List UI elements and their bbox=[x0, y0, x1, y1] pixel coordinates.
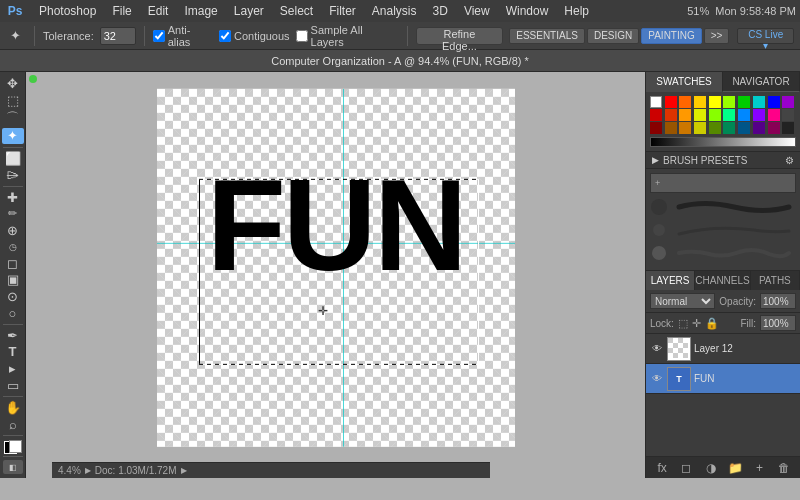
swatch[interactable] bbox=[709, 109, 721, 121]
swatches-tab[interactable]: SWATCHES bbox=[646, 72, 723, 92]
swatch[interactable] bbox=[723, 109, 735, 121]
doc-triangle[interactable]: ▶ bbox=[181, 466, 187, 475]
swatch[interactable] bbox=[768, 96, 780, 108]
zoom-tool[interactable]: ⌕ bbox=[2, 416, 24, 432]
opacity-input[interactable] bbox=[760, 293, 796, 309]
menu-filter[interactable]: Filter bbox=[322, 2, 363, 20]
brush-preset-3[interactable] bbox=[650, 243, 796, 263]
swatch[interactable] bbox=[782, 122, 794, 134]
tolerance-input[interactable] bbox=[100, 27, 136, 45]
menu-view[interactable]: View bbox=[457, 2, 497, 20]
zoom-triangle[interactable]: ▶ bbox=[85, 466, 91, 475]
menu-3d[interactable]: 3D bbox=[426, 2, 455, 20]
swatch[interactable] bbox=[665, 122, 677, 134]
anti-alias-label[interactable]: Anti-alias bbox=[153, 24, 213, 48]
layer-visibility-toggle[interactable]: 👁 bbox=[650, 342, 664, 356]
brush-tool[interactable]: ✏ bbox=[2, 206, 24, 222]
lasso-tool[interactable]: ⌒ bbox=[2, 109, 24, 127]
painting-btn[interactable]: PAINTING bbox=[641, 28, 701, 44]
contiguous-checkbox[interactable] bbox=[219, 30, 231, 42]
design-btn[interactable]: DESIGN bbox=[587, 28, 639, 44]
document-tab[interactable]: Computer Organization - A @ 94.4% (FUN, … bbox=[0, 50, 800, 72]
menu-file[interactable]: File bbox=[105, 2, 138, 20]
swatch[interactable] bbox=[723, 96, 735, 108]
photoshop-canvas[interactable]: FUN ✛ bbox=[157, 89, 515, 447]
text-tool[interactable]: T bbox=[2, 344, 24, 360]
more-btn[interactable]: >> bbox=[704, 28, 730, 44]
channels-tab[interactable]: CHANNELS bbox=[695, 271, 750, 290]
swatch[interactable] bbox=[738, 96, 750, 108]
layer-mask-button[interactable]: ◻ bbox=[677, 459, 695, 477]
blend-mode-select[interactable]: Normal Multiply Screen bbox=[650, 293, 715, 309]
swatch[interactable] bbox=[738, 109, 750, 121]
menu-layer[interactable]: Layer bbox=[227, 2, 271, 20]
clone-tool[interactable]: ⊕ bbox=[2, 222, 24, 238]
swatch[interactable] bbox=[665, 109, 677, 121]
layer-item-fun[interactable]: 👁 T FUN bbox=[646, 364, 800, 394]
swatch[interactable] bbox=[782, 109, 794, 121]
canvas-area[interactable]: FUN ✛ 4.4% ▶ Doc: 1.03M/1.72M ▶ bbox=[26, 72, 645, 478]
swatch[interactable] bbox=[753, 122, 765, 134]
brush-settings-icon[interactable]: ⚙ bbox=[785, 155, 794, 166]
new-layer-button[interactable]: + bbox=[750, 459, 768, 477]
layer-item[interactable]: 👁 Layer 12 bbox=[646, 334, 800, 364]
swatch[interactable] bbox=[768, 122, 780, 134]
lock-pixels-icon[interactable]: ⬚ bbox=[678, 317, 688, 330]
cs-live-btn[interactable]: CS Live ▾ bbox=[737, 28, 794, 44]
swatch[interactable] bbox=[709, 96, 721, 108]
navigator-tab[interactable]: NAVIGATOR bbox=[723, 72, 800, 92]
sample-all-checkbox[interactable] bbox=[296, 30, 308, 42]
paths-tab[interactable]: PATHS bbox=[751, 271, 800, 290]
gradient-swatch[interactable] bbox=[650, 137, 796, 147]
eraser-tool[interactable]: ◻ bbox=[2, 256, 24, 272]
background-color[interactable] bbox=[9, 440, 22, 453]
swatch[interactable] bbox=[694, 96, 706, 108]
layer-fx-button[interactable]: fx bbox=[653, 459, 671, 477]
gradient-tool[interactable]: ▣ bbox=[2, 272, 24, 288]
fill-input[interactable] bbox=[760, 315, 796, 331]
magic-wand-tool[interactable]: ✦ bbox=[2, 128, 24, 144]
swatch[interactable] bbox=[679, 96, 691, 108]
brush-preset-2[interactable] bbox=[650, 220, 796, 240]
menu-photoshop[interactable]: Photoshop bbox=[32, 2, 103, 20]
swatch[interactable] bbox=[738, 122, 750, 134]
brush-preset-1[interactable] bbox=[650, 197, 796, 217]
lock-position-icon[interactable]: ✛ bbox=[692, 317, 701, 330]
swatch[interactable] bbox=[694, 109, 706, 121]
swatch[interactable] bbox=[679, 109, 691, 121]
swatch[interactable] bbox=[694, 122, 706, 134]
swatch[interactable] bbox=[709, 122, 721, 134]
healing-tool[interactable]: ✚ bbox=[2, 189, 24, 205]
hand-tool[interactable]: ✋ bbox=[2, 400, 24, 416]
color-boxes[interactable] bbox=[4, 441, 22, 454]
sample-all-label[interactable]: Sample All Layers bbox=[296, 24, 399, 48]
swatch[interactable] bbox=[650, 122, 662, 134]
new-group-button[interactable]: 📁 bbox=[726, 459, 744, 477]
menu-analysis[interactable]: Analysis bbox=[365, 2, 424, 20]
brush-presets-header[interactable]: ▶ BRUSH PRESETS ⚙ bbox=[646, 151, 800, 169]
pen-tool[interactable]: ✒ bbox=[2, 328, 24, 344]
menu-image[interactable]: Image bbox=[177, 2, 224, 20]
menu-help[interactable]: Help bbox=[557, 2, 596, 20]
swatch[interactable] bbox=[650, 109, 662, 121]
swatch[interactable] bbox=[723, 122, 735, 134]
dodge-tool[interactable]: ○ bbox=[2, 305, 24, 321]
eyedropper-tool[interactable]: ⌲ bbox=[2, 167, 24, 183]
swatch[interactable] bbox=[665, 96, 677, 108]
swatch[interactable] bbox=[768, 109, 780, 121]
swatch[interactable] bbox=[753, 109, 765, 121]
blur-tool[interactable]: ⊙ bbox=[2, 289, 24, 305]
shape-tool[interactable]: ▭ bbox=[2, 377, 24, 393]
menu-window[interactable]: Window bbox=[499, 2, 556, 20]
layer-visibility-toggle-fun[interactable]: 👁 bbox=[650, 372, 664, 386]
lock-all-icon[interactable]: 🔒 bbox=[705, 317, 719, 330]
move-tool[interactable]: ✥ bbox=[2, 76, 24, 92]
swatch[interactable] bbox=[753, 96, 765, 108]
marquee-tool[interactable]: ⬚ bbox=[2, 93, 24, 109]
swatch[interactable] bbox=[782, 96, 794, 108]
history-brush-tool[interactable]: ◷ bbox=[2, 239, 24, 255]
refine-edge-button[interactable]: Refine Edge... bbox=[416, 27, 504, 45]
contiguous-label[interactable]: Contiguous bbox=[219, 30, 290, 42]
crop-tool[interactable]: ⬜ bbox=[2, 150, 24, 166]
swatch[interactable] bbox=[650, 96, 662, 108]
